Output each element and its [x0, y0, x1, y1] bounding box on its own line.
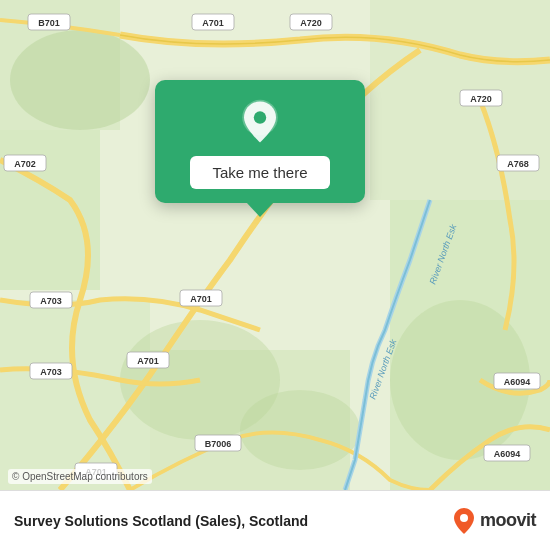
svg-text:A701: A701 — [137, 356, 159, 366]
popup-card: Take me there — [155, 80, 365, 203]
moovit-brand-name: moovit — [480, 510, 536, 531]
svg-text:A701: A701 — [190, 294, 212, 304]
svg-point-42 — [254, 111, 266, 123]
map-svg: B701 A701 A720 A702 A720 A768 A703 A701 … — [0, 0, 550, 490]
bottom-bar: Survey Solutions Scotland (Sales), Scotl… — [0, 490, 550, 550]
moovit-logo: moovit — [452, 507, 536, 535]
svg-point-7 — [10, 30, 150, 130]
svg-text:A768: A768 — [507, 159, 529, 169]
svg-text:B701: B701 — [38, 18, 60, 28]
svg-point-43 — [460, 514, 468, 522]
svg-text:A703: A703 — [40, 367, 62, 377]
svg-text:A702: A702 — [14, 159, 36, 169]
location-pin-icon — [236, 98, 284, 146]
map-container: B701 A701 A720 A702 A720 A768 A703 A701 … — [0, 0, 550, 490]
moovit-pin-icon — [452, 507, 476, 535]
location-title: Survey Solutions Scotland (Sales), Scotl… — [14, 513, 308, 529]
svg-text:A720: A720 — [470, 94, 492, 104]
svg-text:A6094: A6094 — [504, 377, 531, 387]
svg-text:A701: A701 — [202, 18, 224, 28]
map-copyright: © OpenStreetMap contributors — [8, 469, 152, 484]
location-info: Survey Solutions Scotland (Sales), Scotl… — [14, 513, 308, 529]
svg-point-10 — [240, 390, 360, 470]
svg-text:A6094: A6094 — [494, 449, 521, 459]
take-me-there-button[interactable]: Take me there — [190, 156, 329, 189]
svg-text:A703: A703 — [40, 296, 62, 306]
svg-text:A720: A720 — [300, 18, 322, 28]
svg-text:B7006: B7006 — [205, 439, 232, 449]
